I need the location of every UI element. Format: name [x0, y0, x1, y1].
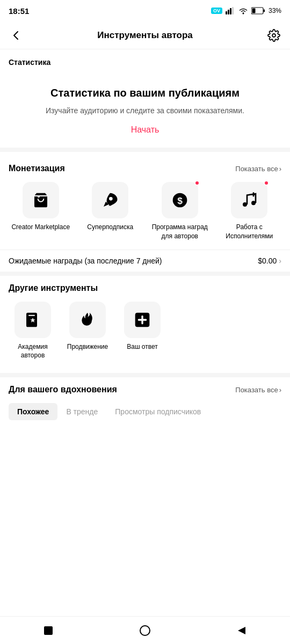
chevron-right-icon: ›	[279, 165, 281, 173]
status-icons: OV 33%	[211, 7, 281, 14]
svg-marker-26	[238, 627, 245, 634]
page-title: Инструменты автора	[97, 30, 193, 41]
tool-icon-box-your-answer	[124, 302, 161, 338]
dollar-icon: $	[171, 192, 189, 209]
battery-percent: 33%	[269, 7, 281, 14]
music-plus-icon	[241, 192, 258, 209]
tool-academy[interactable]: Академия авторов	[9, 302, 57, 361]
tab-trending[interactable]: В тренде	[57, 403, 106, 420]
monetization-tool-grid: Creator Marketplace Суперподписка $	[0, 178, 290, 250]
rewards-row-label: Ожидаемые награды (за последние 7 дней)	[9, 257, 162, 265]
other-tools-section: Другие инструменты Академия авторов Прод…	[0, 276, 290, 378]
stop-icon	[42, 624, 55, 637]
svg-rect-0	[226, 11, 227, 14]
tool-creator-rewards[interactable]: $ Программа наград для авторов	[148, 182, 212, 241]
tab-subscriber-views[interactable]: Просмотры подписчиков	[106, 403, 209, 420]
other-tools-header: Другие инструменты	[0, 276, 290, 297]
other-tools-title: Другие инструменты	[9, 283, 98, 293]
inspiration-section: Для вашего вдохновения Показать все › По…	[0, 377, 290, 425]
fire-icon	[79, 311, 96, 328]
stats-start-link[interactable]: Начать	[13, 125, 277, 135]
monetization-title: Монетизация	[9, 164, 65, 173]
inspiration-show-all[interactable]: Показать все ›	[235, 386, 281, 394]
svg-rect-3	[232, 7, 234, 14]
monetization-section: Монетизация Показать все › Creator Marke…	[0, 156, 290, 276]
inspiration-chevron-icon: ›	[279, 386, 281, 394]
back-triangle-icon	[235, 624, 248, 637]
svg-point-15	[251, 201, 256, 205]
inspiration-tabs: Похожее В тренде Просмотры подписчиков	[0, 399, 290, 425]
svg-point-25	[140, 626, 150, 635]
inspiration-title: Для вашего вдохновения	[9, 385, 117, 394]
stats-card-title: Статистика по вашим публикациям	[13, 86, 277, 100]
rocket-icon	[102, 192, 119, 209]
status-time: 18:51	[9, 6, 29, 16]
battery-icon	[251, 7, 265, 14]
svg-point-11	[109, 197, 113, 201]
tool-label-super-subscription: Суперподписка	[87, 223, 133, 232]
tool-collab[interactable]: Работа с Исполнителями	[218, 182, 282, 241]
bag-icon	[32, 192, 49, 209]
tab-similar[interactable]: Похожее	[9, 403, 57, 420]
back-button[interactable]	[9, 28, 24, 43]
tool-icon-box-super-subscription	[92, 182, 128, 218]
tool-label-your-answer: Ваш ответ	[127, 342, 158, 352]
back-icon	[10, 30, 22, 41]
settings-button[interactable]	[266, 28, 281, 43]
nav-back[interactable]	[226, 620, 258, 641]
stats-section-label: Статистика	[0, 49, 290, 71]
svg-rect-19	[28, 314, 35, 316]
rewards-amount: $0.00	[258, 257, 277, 265]
tool-icon-box-creator-marketplace	[23, 182, 59, 218]
settings-icon	[267, 29, 280, 42]
book-star-icon	[24, 311, 41, 328]
tool-super-subscription[interactable]: Суперподписка	[78, 182, 143, 241]
tool-icon-box-creator-rewards: $	[162, 182, 198, 218]
monetization-header: Монетизация Показать все ›	[0, 156, 290, 178]
home-circle-icon	[139, 624, 151, 637]
svg-text:$: $	[177, 195, 183, 206]
tool-icon-box-promote	[69, 302, 106, 338]
stats-card-desc: Изучайте аудиторию и следите за своими п…	[13, 105, 277, 116]
status-bar: 18:51 OV 33%	[0, 0, 290, 21]
tool-label-promote: Продвижение	[67, 342, 108, 352]
tool-label-creator-marketplace: Creator Marketplace	[11, 223, 70, 232]
tool-label-collab: Работа с Исполнителями	[218, 223, 282, 241]
svg-point-4	[242, 13, 244, 14]
rewards-row[interactable]: Ожидаемые награды (за последние 7 дней) …	[0, 250, 290, 272]
tool-creator-marketplace[interactable]: Creator Marketplace	[9, 182, 73, 241]
notification-dot-collab	[264, 180, 269, 186]
notification-dot-rewards	[194, 180, 200, 186]
tool-your-answer[interactable]: Ваш ответ	[118, 302, 166, 361]
svg-rect-2	[230, 8, 231, 14]
svg-point-14	[243, 202, 247, 207]
wifi-icon	[238, 7, 248, 14]
svg-point-10	[38, 195, 40, 197]
svg-rect-6	[263, 10, 265, 12]
svg-rect-7	[252, 9, 255, 13]
stats-card: Статистика по вашим публикациям Изучайте…	[0, 71, 290, 152]
svg-rect-24	[44, 626, 53, 635]
tool-promote[interactable]: Продвижение	[63, 302, 112, 361]
monetization-show-all[interactable]: Показать все ›	[235, 165, 281, 173]
tool-icon-box-academy	[15, 302, 51, 338]
status-badge: OV	[211, 8, 222, 14]
plus-box-icon	[134, 311, 151, 328]
inspiration-header: Для вашего вдохновения Показать все ›	[0, 377, 290, 399]
nav-home[interactable]	[129, 620, 161, 641]
svg-point-8	[272, 34, 276, 37]
rewards-value: $0.00 ›	[258, 257, 281, 265]
other-tool-grid: Академия авторов Продвижение Ваш ответ	[0, 297, 290, 369]
tool-icon-box-collab	[231, 182, 267, 218]
svg-rect-1	[228, 10, 229, 14]
tool-label-creator-rewards: Программа наград для авторов	[148, 223, 212, 241]
signal-icon	[226, 7, 235, 14]
bottom-nav	[0, 616, 290, 644]
header: Инструменты автора	[0, 21, 290, 49]
nav-stop[interactable]	[32, 620, 64, 641]
rewards-arrow-icon: ›	[279, 257, 281, 265]
tool-label-academy: Академия авторов	[9, 342, 57, 361]
